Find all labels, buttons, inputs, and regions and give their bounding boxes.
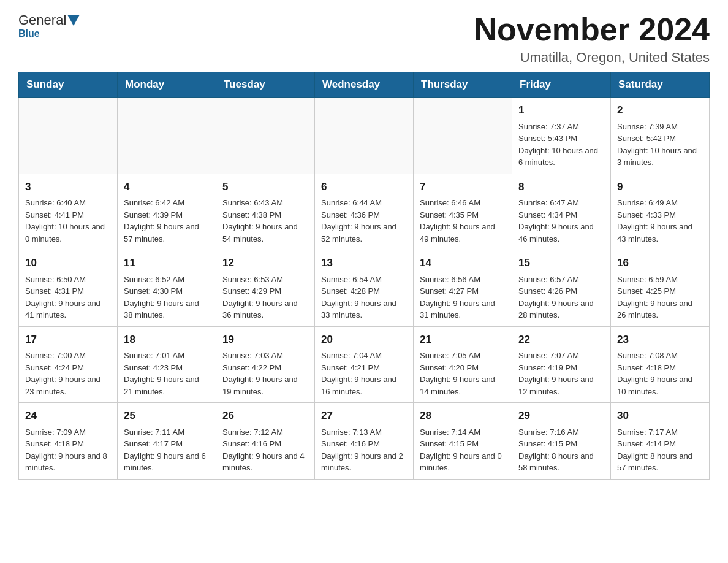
day-number: 13 <box>321 255 407 271</box>
day-info: Sunrise: 6:57 AMSunset: 4:26 PMDaylight:… <box>518 274 604 321</box>
day-number: 5 <box>222 179 308 195</box>
calendar-cell: 16Sunrise: 6:59 AMSunset: 4:25 PMDayligh… <box>611 250 710 327</box>
day-number: 10 <box>25 255 111 271</box>
day-info: Sunrise: 6:42 AMSunset: 4:39 PMDaylight:… <box>124 197 210 245</box>
day-info: Sunrise: 7:17 AMSunset: 4:14 PMDaylight:… <box>617 426 703 474</box>
day-number: 16 <box>617 255 703 271</box>
day-number: 22 <box>518 332 604 348</box>
day-info: Sunrise: 7:11 AMSunset: 4:17 PMDaylight:… <box>124 426 210 474</box>
day-info: Sunrise: 6:50 AMSunset: 4:31 PMDaylight:… <box>25 274 111 321</box>
calendar-cell: 18Sunrise: 7:01 AMSunset: 4:23 PMDayligh… <box>118 326 216 403</box>
day-info: Sunrise: 7:37 AMSunset: 5:43 PMDaylight:… <box>518 121 604 169</box>
calendar-cell: 9Sunrise: 6:49 AMSunset: 4:33 PMDaylight… <box>611 174 710 250</box>
day-info: Sunrise: 7:12 AMSunset: 4:16 PMDaylight:… <box>222 426 308 474</box>
calendar-cell <box>216 98 315 174</box>
day-number: 21 <box>420 332 506 348</box>
day-info: Sunrise: 6:49 AMSunset: 4:33 PMDaylight:… <box>617 197 703 245</box>
day-info: Sunrise: 6:47 AMSunset: 4:34 PMDaylight:… <box>518 197 604 245</box>
calendar-header-row: SundayMondayTuesdayWednesdayThursdayFrid… <box>19 72 710 98</box>
calendar-cell: 8Sunrise: 6:47 AMSunset: 4:34 PMDaylight… <box>512 174 611 250</box>
day-info: Sunrise: 7:09 AMSunset: 4:18 PMDaylight:… <box>25 426 111 474</box>
calendar-cell: 3Sunrise: 6:40 AMSunset: 4:41 PMDaylight… <box>19 174 118 250</box>
day-number: 3 <box>25 179 111 195</box>
day-info: Sunrise: 7:04 AMSunset: 4:21 PMDaylight:… <box>321 350 407 397</box>
day-info: Sunrise: 7:14 AMSunset: 4:15 PMDaylight:… <box>420 426 506 474</box>
calendar-cell <box>315 98 414 174</box>
day-info: Sunrise: 7:16 AMSunset: 4:15 PMDaylight:… <box>518 426 604 474</box>
calendar-cell: 2Sunrise: 7:39 AMSunset: 5:42 PMDaylight… <box>611 98 710 174</box>
day-info: Sunrise: 6:44 AMSunset: 4:36 PMDaylight:… <box>321 197 407 245</box>
main-title: November 2024 <box>474 12 710 47</box>
calendar-header-monday: Monday <box>118 72 216 98</box>
day-number: 20 <box>321 332 407 348</box>
day-number: 12 <box>222 255 308 271</box>
day-info: Sunrise: 7:07 AMSunset: 4:19 PMDaylight:… <box>518 350 604 397</box>
calendar-cell: 13Sunrise: 6:54 AMSunset: 4:28 PMDayligh… <box>315 250 414 327</box>
calendar-week-1: 1Sunrise: 7:37 AMSunset: 5:43 PMDaylight… <box>19 98 710 174</box>
calendar-cell: 11Sunrise: 6:52 AMSunset: 4:30 PMDayligh… <box>118 250 216 327</box>
calendar-cell: 6Sunrise: 6:44 AMSunset: 4:36 PMDaylight… <box>315 174 414 250</box>
calendar-cell: 28Sunrise: 7:14 AMSunset: 4:15 PMDayligh… <box>414 403 512 480</box>
day-info: Sunrise: 6:53 AMSunset: 4:29 PMDaylight:… <box>222 274 308 321</box>
day-info: Sunrise: 6:52 AMSunset: 4:30 PMDaylight:… <box>124 274 210 321</box>
day-info: Sunrise: 7:01 AMSunset: 4:23 PMDaylight:… <box>124 350 210 397</box>
day-info: Sunrise: 6:54 AMSunset: 4:28 PMDaylight:… <box>321 274 407 321</box>
day-number: 1 <box>518 102 604 118</box>
logo-general-text: General <box>18 12 66 28</box>
calendar-header-saturday: Saturday <box>611 72 710 98</box>
calendar-week-3: 10Sunrise: 6:50 AMSunset: 4:31 PMDayligh… <box>19 250 710 327</box>
calendar-cell: 30Sunrise: 7:17 AMSunset: 4:14 PMDayligh… <box>611 403 710 480</box>
logo: General Blue <box>18 12 81 39</box>
day-number: 30 <box>617 408 703 424</box>
calendar-cell: 20Sunrise: 7:04 AMSunset: 4:21 PMDayligh… <box>315 326 414 403</box>
day-info: Sunrise: 7:00 AMSunset: 4:24 PMDaylight:… <box>25 350 111 397</box>
day-number: 29 <box>518 408 604 424</box>
day-number: 4 <box>124 179 210 195</box>
day-number: 9 <box>617 179 703 195</box>
calendar-cell: 22Sunrise: 7:07 AMSunset: 4:19 PMDayligh… <box>512 326 611 403</box>
day-number: 6 <box>321 179 407 195</box>
title-block: November 2024 Umatilla, Oregon, United S… <box>474 12 710 66</box>
calendar-header-thursday: Thursday <box>414 72 512 98</box>
day-info: Sunrise: 6:46 AMSunset: 4:35 PMDaylight:… <box>420 197 506 245</box>
day-number: 7 <box>420 179 506 195</box>
day-info: Sunrise: 6:40 AMSunset: 4:41 PMDaylight:… <box>25 197 111 245</box>
day-number: 11 <box>124 255 210 271</box>
day-info: Sunrise: 7:13 AMSunset: 4:16 PMDaylight:… <box>321 426 407 474</box>
calendar-header-wednesday: Wednesday <box>315 72 414 98</box>
calendar-cell <box>414 98 512 174</box>
calendar-cell: 15Sunrise: 6:57 AMSunset: 4:26 PMDayligh… <box>512 250 611 327</box>
day-info: Sunrise: 7:03 AMSunset: 4:22 PMDaylight:… <box>222 350 308 397</box>
day-number: 2 <box>617 102 703 118</box>
calendar-cell <box>19 98 118 174</box>
calendar-cell: 10Sunrise: 6:50 AMSunset: 4:31 PMDayligh… <box>19 250 118 327</box>
day-number: 17 <box>25 332 111 348</box>
calendar-cell: 4Sunrise: 6:42 AMSunset: 4:39 PMDaylight… <box>118 174 216 250</box>
calendar-cell: 23Sunrise: 7:08 AMSunset: 4:18 PMDayligh… <box>611 326 710 403</box>
calendar-cell: 1Sunrise: 7:37 AMSunset: 5:43 PMDaylight… <box>512 98 611 174</box>
calendar-cell: 19Sunrise: 7:03 AMSunset: 4:22 PMDayligh… <box>216 326 315 403</box>
subtitle: Umatilla, Oregon, United States <box>474 50 710 66</box>
calendar-cell: 25Sunrise: 7:11 AMSunset: 4:17 PMDayligh… <box>118 403 216 480</box>
day-info: Sunrise: 7:39 AMSunset: 5:42 PMDaylight:… <box>617 121 703 169</box>
day-number: 23 <box>617 332 703 348</box>
day-number: 14 <box>420 255 506 271</box>
calendar-header-sunday: Sunday <box>19 72 118 98</box>
day-number: 15 <box>518 255 604 271</box>
day-info: Sunrise: 6:56 AMSunset: 4:27 PMDaylight:… <box>420 274 506 321</box>
calendar-cell: 26Sunrise: 7:12 AMSunset: 4:16 PMDayligh… <box>216 403 315 480</box>
day-number: 18 <box>124 332 210 348</box>
day-number: 26 <box>222 408 308 424</box>
calendar-table: SundayMondayTuesdayWednesdayThursdayFrid… <box>18 72 710 480</box>
calendar-cell: 29Sunrise: 7:16 AMSunset: 4:15 PMDayligh… <box>512 403 611 480</box>
calendar-week-5: 24Sunrise: 7:09 AMSunset: 4:18 PMDayligh… <box>19 403 710 480</box>
calendar-cell: 17Sunrise: 7:00 AMSunset: 4:24 PMDayligh… <box>19 326 118 403</box>
day-number: 28 <box>420 408 506 424</box>
calendar-cell: 12Sunrise: 6:53 AMSunset: 4:29 PMDayligh… <box>216 250 315 327</box>
logo-blue-text: Blue <box>18 28 40 39</box>
calendar-header-tuesday: Tuesday <box>216 72 315 98</box>
calendar-cell: 21Sunrise: 7:05 AMSunset: 4:20 PMDayligh… <box>414 326 512 403</box>
day-number: 24 <box>25 408 111 424</box>
day-info: Sunrise: 6:43 AMSunset: 4:38 PMDaylight:… <box>222 197 308 245</box>
day-number: 27 <box>321 408 407 424</box>
